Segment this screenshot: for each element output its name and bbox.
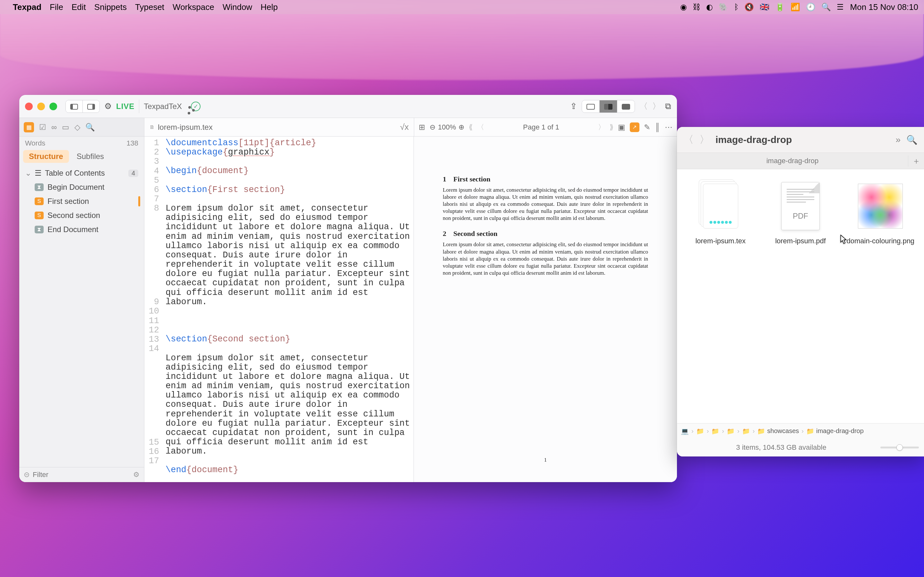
toc-item-end[interactable]: ⧗ End Document (22, 222, 142, 237)
path-current[interactable]: 📁 image-drag-drop (806, 427, 864, 435)
path-folder[interactable]: 📁 (727, 427, 735, 435)
more-icon[interactable]: ⋯ (665, 123, 672, 132)
finder-search-icon[interactable]: 🔍 (906, 135, 918, 145)
math-icon[interactable]: √x (400, 122, 409, 132)
path-folder[interactable]: 📁 (711, 427, 719, 435)
columns-icon[interactable]: ║ (655, 123, 660, 132)
preview-para-2: Lorem ipsum dolor sit amet, consectetur … (443, 241, 648, 276)
chevron-down-icon: ⌄ (25, 169, 31, 177)
dropbox-icon[interactable]: ⛓ (693, 3, 700, 11)
file-item-tex[interactable]: lorem-ipsum.tex (685, 179, 756, 245)
toc-item-second-section[interactable]: S Second section (22, 208, 142, 222)
menubar-datetime[interactable]: Mon 15 Nov 08:10 (850, 2, 918, 12)
finder-grid[interactable]: lorem-ipsum.tex PDF lorem-ipsum.pdf doma… (677, 169, 924, 423)
toc-item-begin[interactable]: ⧗ Begin Document (22, 180, 142, 194)
evernote-icon[interactable]: 🐘 (719, 3, 728, 11)
menu-typeset[interactable]: Typeset (135, 2, 164, 12)
status-icon[interactable]: ◐ (706, 3, 713, 11)
status-icon[interactable]: ◉ (680, 3, 687, 11)
spotlight-icon[interactable]: 🔍 (821, 3, 831, 11)
pdf-preview[interactable]: 1 First section Lorem ipsum dolor sit am… (414, 137, 677, 482)
hourglass-icon: ⧗ (35, 183, 44, 191)
menu-help[interactable]: Help (260, 2, 278, 12)
battery-icon[interactable]: 🔋 (775, 3, 785, 11)
prev-page-icon[interactable]: 〈 (477, 122, 484, 132)
grid-icon[interactable]: ⊞ (419, 123, 425, 132)
checkbox-icon[interactable]: ☑︎ (39, 123, 46, 132)
file-name: lorem-ipsum.tex (695, 237, 745, 245)
file-item-png[interactable]: domain-colouring.png (845, 179, 916, 245)
nav-back[interactable]: 〈 (640, 101, 648, 112)
next-page-icon[interactable]: 〉 (598, 122, 605, 132)
link-icon[interactable]: ∞ (51, 123, 57, 132)
layout-editor-only[interactable] (582, 100, 599, 113)
layout-split[interactable] (599, 100, 617, 113)
sidebar-right-toggle[interactable] (82, 100, 99, 113)
finder-new-tab[interactable]: ＋ (908, 155, 924, 167)
file-name: domain-colouring.png (846, 237, 915, 245)
code-content[interactable]: \documentclass[11pt]{article} \usepackag… (162, 137, 414, 482)
path-showcases[interactable]: 📁 showcases (757, 427, 799, 435)
flag-icon[interactable]: 🇬🇧 (760, 3, 769, 11)
tab-subfiles[interactable]: Subfiles (71, 150, 110, 163)
filter-input[interactable] (33, 471, 130, 479)
sidebar-left-toggle[interactable] (66, 100, 82, 113)
filter-gear-icon[interactable]: ⚙︎ (133, 471, 140, 479)
code-editor[interactable]: 12345 678 91011121314 151617 \documentcl… (144, 137, 414, 482)
folder-icon[interactable]: ▭ (62, 123, 69, 132)
finder-forward-icon[interactable]: 〉 (699, 133, 710, 147)
tab-structure[interactable]: Structure (23, 150, 69, 163)
settings-gear-icon[interactable]: ⚙︎ (104, 101, 111, 111)
nav-forward[interactable]: 〉 (652, 101, 661, 112)
finder-path-bar[interactable]: 💻› 📁› 📁› 📁› 📁› 📁 showcases› 📁 image-drag… (677, 423, 924, 438)
path-folder[interactable]: 📁 (696, 427, 704, 435)
icon-size-slider[interactable] (880, 446, 919, 448)
outline-icon[interactable]: ▦ (24, 122, 34, 132)
menu-edit[interactable]: Edit (71, 2, 86, 12)
zoom-button[interactable] (49, 103, 57, 110)
macos-menubar: Texpad File Edit Snippets Typeset Worksp… (0, 0, 924, 14)
app-name[interactable]: Texpad (13, 2, 41, 12)
menu-snippets[interactable]: Snippets (94, 2, 127, 12)
highlight-icon[interactable]: ✎ (644, 123, 650, 132)
engine-label[interactable]: TexpadTeX (144, 102, 182, 111)
layout-seg (582, 100, 635, 113)
file-item-pdf[interactable]: PDF lorem-ipsum.pdf (765, 179, 835, 245)
zoom-in-icon[interactable]: ⊕ (459, 123, 464, 131)
toc-label: First section (47, 197, 89, 206)
menu-workspace[interactable]: Workspace (173, 2, 214, 12)
last-page-icon[interactable]: ⟫ (610, 123, 614, 131)
path-folder[interactable]: 📁 (742, 427, 750, 435)
toc-header[interactable]: ⌄ ☰ Table of Contents 4 (22, 166, 142, 180)
finder-back-icon[interactable]: 〈 (683, 133, 694, 147)
wifi-icon[interactable]: 📶 (790, 3, 800, 11)
filter-bar: ⊝ ⚙︎ (19, 467, 144, 482)
tag-icon[interactable]: ◇ (74, 123, 80, 132)
clock-icon[interactable]: 🕘 (806, 3, 816, 11)
bluetooth-icon[interactable]: ᛒ (734, 3, 738, 11)
menu-file[interactable]: File (50, 2, 63, 12)
menu-window[interactable]: Window (223, 2, 252, 12)
zoom-out-icon[interactable]: ⊖ (430, 123, 435, 131)
preview-page-number: 1 (414, 457, 677, 463)
finder-more-icon[interactable]: » (895, 135, 901, 145)
share-icon[interactable]: ⇪ (570, 101, 577, 111)
words-value: 138 (126, 139, 138, 147)
first-page-icon[interactable]: ⟪ (469, 123, 473, 131)
mouse-cursor (840, 235, 847, 244)
control-center-icon[interactable]: ☰ (837, 3, 844, 11)
close-button[interactable] (25, 103, 33, 110)
volume-mute-icon[interactable]: 🔇 (744, 3, 754, 11)
filename-label[interactable]: lorem-ipsum.tex (158, 123, 213, 132)
toc-item-first-section[interactable]: S First section (22, 194, 142, 208)
minimize-button[interactable] (37, 103, 45, 110)
new-window-icon[interactable]: ⧉ (665, 101, 671, 111)
finder-tab[interactable]: image-drag-drop (677, 157, 908, 165)
layout-preview-only[interactable] (617, 100, 635, 113)
search-icon[interactable]: 🔍 (86, 123, 95, 132)
line-gutter: 12345 678 91011121314 151617 (144, 137, 162, 482)
toc-label: Begin Document (47, 183, 104, 192)
sync-icon[interactable]: ↗ (630, 122, 640, 132)
path-disk[interactable]: 💻 (681, 427, 689, 435)
bookmark-icon[interactable]: ▣ (618, 123, 625, 132)
